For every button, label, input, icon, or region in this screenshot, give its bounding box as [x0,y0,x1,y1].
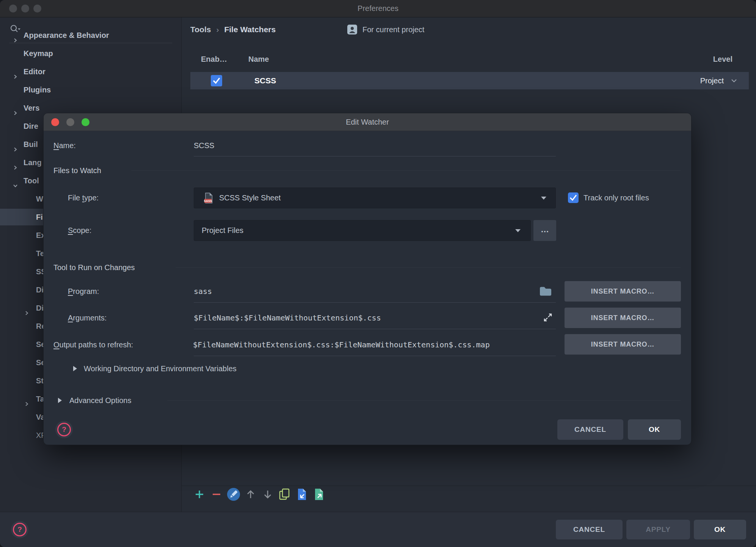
sidebar-item-label: Lang [24,154,42,171]
dialog-titlebar: Edit Watcher [44,113,691,131]
folder-icon[interactable] [539,286,551,297]
window-title: Preferences [0,0,756,17]
chevron-right-icon [13,32,18,38]
pencil-icon [227,488,240,501]
arguments-label: Arguments: [68,313,107,323]
output-paths-input[interactable]: $FileNameWithoutExtension$.css:$FileName… [193,339,490,350]
program-input[interactable]: sass [194,286,212,297]
watcher-name-cell: SCSS [254,72,276,89]
chevron-right-icon [24,396,30,402]
section-rule [167,400,681,401]
name-input[interactable]: SCSS [194,140,214,151]
remove-watcher-button[interactable] [210,488,223,501]
table-row[interactable]: SCSS Project [190,72,749,89]
import-watchers-button[interactable] [295,488,309,501]
column-header-enabled: Enab… [201,54,227,64]
scope-value: Project Files [202,226,515,235]
insert-macro-button[interactable]: INSERT MACRO… [565,308,681,328]
sidebar-item-label: Dire [24,118,38,134]
sidebar-item-label: Editor [24,63,45,80]
ok-button[interactable]: OK [694,520,746,539]
output-paths-label: Output paths to refresh: [53,339,133,350]
scope-note: For current project [347,24,424,35]
dialog-help-button[interactable]: ? [55,421,73,438]
files-to-watch-header: Files to Watch [53,165,101,176]
program-input-underline [194,302,556,303]
working-directory-toggle[interactable]: Working Directory and Environment Variab… [84,363,237,374]
chevron-down-icon [731,78,737,83]
sidebar-item-plugins[interactable]: Plugins [0,81,181,98]
svg-text:SASS: SASS [204,199,212,203]
scope-note-label: For current project [362,25,424,34]
scope-dropdown[interactable]: Project Files [194,220,531,241]
sidebar-item-label: Fi [36,209,43,225]
dialog-title: Edit Watcher [44,113,691,131]
duplicate-watcher-button[interactable] [278,488,292,501]
level-dropdown[interactable]: Project [700,72,737,89]
file-type-label: File type: [68,192,99,203]
watcher-enabled-checkbox[interactable] [211,75,222,86]
sidebar-item-label: St [36,372,44,389]
sidebar-item-editor[interactable]: Editor [0,63,181,80]
file-type-value: SCSS Style Sheet [219,194,541,202]
tool-section-header: Tool to Run on Changes [53,262,135,273]
name-label: Name: [53,140,76,151]
sidebar-item-label: Keymap [24,45,53,62]
name-input-underline [194,156,556,156]
edit-watcher-button[interactable] [227,488,240,501]
chevron-right-icon [13,159,18,165]
export-watchers-button[interactable] [312,488,326,501]
advanced-options-toggle[interactable]: Advanced Options [69,395,131,406]
move-up-button[interactable] [244,488,257,501]
dialog-ok-button[interactable]: OK [628,419,681,440]
sidebar-item-label: Di [36,300,44,316]
breadcrumb-section[interactable]: Tools [190,25,211,34]
section-rule [131,170,681,171]
track-only-root-checkbox[interactable] [568,192,579,203]
collapsed-arrow-icon[interactable] [58,398,62,403]
breadcrumb: Tools›File Watchers [190,24,276,35]
preferences-window: Preferences Appearance & Behavior [0,0,756,547]
chevron-right-icon [13,105,18,111]
scope-browse-button[interactable]: … [533,220,556,241]
arguments-input[interactable]: $FileName$:$FileNameWithoutExtension$.cs… [194,313,381,323]
toolbar-divider [182,486,756,486]
cancel-button[interactable]: CANCEL [556,520,623,539]
apply-button[interactable]: APPLY [626,520,690,539]
column-header-level: Level [713,54,732,64]
import-file-icon [295,488,309,501]
arguments-input-underline [194,329,556,329]
sidebar-item-appearance-behavior[interactable]: Appearance & Behavior [0,27,181,44]
chevron-right-icon [13,141,18,147]
sidebar-item-label: Di [36,281,44,298]
sidebar-item-label: Tool [24,172,39,189]
output-paths-underline [194,356,556,356]
arrow-up-icon [244,488,257,501]
dialog-cancel-button[interactable]: CANCEL [557,419,623,440]
copy-icon [278,488,292,501]
breadcrumb-separator-icon: › [211,25,224,34]
person-icon [347,25,357,34]
move-down-button[interactable] [261,488,274,501]
expand-field-icon[interactable] [542,312,554,325]
sidebar-item-label: Buil [24,136,38,153]
column-header-name: Name [248,54,269,64]
chevron-right-icon [24,305,30,311]
insert-macro-button[interactable]: INSERT MACRO… [565,334,681,355]
dropdown-arrow-icon [541,197,546,200]
plus-icon [193,488,206,501]
sidebar-item-keymap[interactable]: Keymap [0,45,181,62]
question-mark-icon: ? [57,423,71,436]
help-button[interactable]: ? [11,521,28,538]
add-watcher-button[interactable] [193,488,206,501]
level-value: Project [700,77,724,85]
check-icon [568,192,579,203]
file-type-dropdown[interactable]: SASS SCSS Style Sheet [194,188,556,208]
program-label: Program: [68,286,99,297]
dropdown-arrow-icon [515,229,521,232]
section-rule [176,267,681,268]
collapsed-arrow-icon[interactable] [73,366,77,371]
sidebar-item-label: Plugins [24,81,51,98]
page-title: File Watchers [224,25,276,34]
insert-macro-button[interactable]: INSERT MACRO… [565,281,681,302]
